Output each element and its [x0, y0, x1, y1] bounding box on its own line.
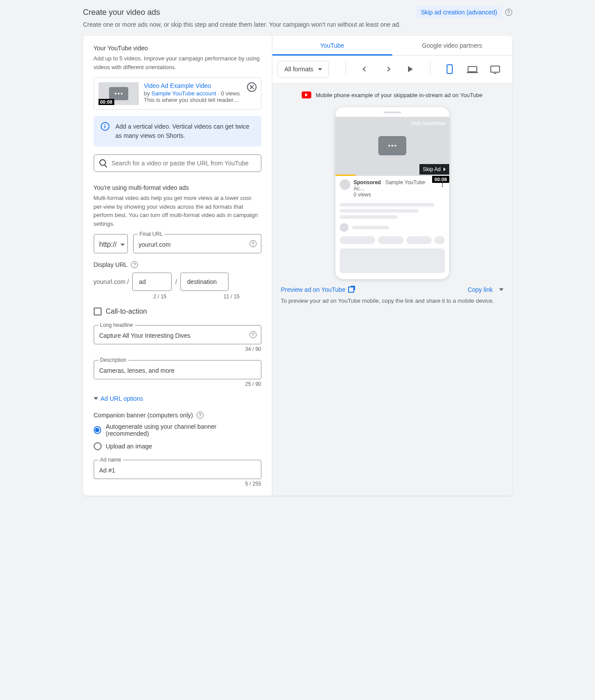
multiformat-title: You're using multi-format video ads	[94, 184, 261, 191]
long-headline-label: Long headline	[99, 322, 135, 328]
long-headline-input[interactable]	[99, 332, 256, 339]
video-duration-badge: 00:08	[99, 99, 114, 105]
final-url-field[interactable]: Final URL ?	[133, 234, 261, 253]
final-url-input[interactable]	[139, 241, 256, 248]
visit-advertiser-badge: Visit Advertiser	[411, 120, 445, 126]
tab-youtube[interactable]: YouTube	[272, 36, 392, 55]
video-search-box[interactable]	[94, 154, 261, 172]
preview-views: 0 views	[354, 192, 437, 198]
device-laptop-button[interactable]	[466, 63, 479, 75]
vertical-video-info-banner: i Add a vertical video. Vertical videos …	[94, 116, 261, 147]
device-phone-button[interactable]	[444, 63, 456, 75]
video-byline: by Sample YouTube account · 0 views	[144, 90, 242, 97]
skip-ad-badge: Skip Ad	[419, 164, 449, 175]
video-thumbnail: 00:08	[99, 82, 139, 105]
preview-note: To preview your ad on YouTube mobile, co…	[281, 298, 503, 304]
help-icon[interactable]: ?	[197, 412, 204, 419]
tab-partners[interactable]: Google video partners	[392, 36, 512, 55]
preview-caption: Mobile phone example of your skippable i…	[316, 92, 482, 98]
preview-toolbar: All formats	[272, 56, 512, 83]
path1-counter: 2 / 15	[130, 294, 190, 300]
help-icon[interactable]: ?	[250, 240, 257, 247]
play-button[interactable]	[405, 63, 417, 75]
description-input[interactable]	[99, 367, 256, 374]
phone-preview: Visit Advertiser Skip Ad 00:08 Sponsored…	[335, 107, 449, 279]
divider	[345, 62, 346, 76]
preview-on-youtube-link[interactable]: Preview ad on YouTube	[281, 286, 354, 293]
video-section-desc: Add up to 5 videos. Improve your campaig…	[94, 54, 261, 71]
final-url-label: Final URL	[138, 231, 165, 237]
cta-checkbox-label: Call-to-action	[106, 308, 147, 315]
avatar	[340, 179, 350, 190]
display-path2-field[interactable]	[180, 273, 229, 291]
description-counter: 25 / 90	[94, 381, 261, 387]
prev-button[interactable]	[359, 63, 371, 75]
video-title-link[interactable]: Video Ad Example Video	[144, 82, 242, 89]
display-path1-field[interactable]	[132, 273, 172, 291]
skeleton-content	[335, 203, 449, 279]
help-icon[interactable]: ?	[250, 331, 257, 338]
page-subtitle: Create one or more ads now, or skip this…	[83, 21, 512, 28]
info-banner-text: Add a vertical video. Vertical videos ca…	[116, 122, 254, 140]
divider	[430, 62, 430, 76]
companion-autogen-label: Autogenerate using your channel banner (…	[106, 423, 261, 437]
skip-ad-creation-link[interactable]: Skip ad creation (advanced)	[416, 6, 501, 18]
description-field[interactable]: Description	[94, 360, 261, 379]
video-desc: This is where you should tell readers …	[144, 97, 242, 103]
cta-checkbox[interactable]	[94, 308, 102, 315]
help-icon[interactable]: ?	[505, 9, 512, 16]
display-path1-input[interactable]	[139, 278, 165, 285]
chevron-down-icon	[499, 288, 503, 291]
companion-upload-label: Upload an image	[106, 443, 152, 450]
preview-video-area: Visit Advertiser Skip Ad	[335, 117, 449, 175]
next-button[interactable]	[382, 63, 394, 75]
help-icon[interactable]: ?	[131, 261, 138, 268]
companion-banner-label: Companion banner (computers only)	[94, 412, 193, 419]
protocol-select[interactable]: http://	[94, 234, 128, 253]
video-section-title: Your YouTube video	[94, 45, 261, 52]
video-account-link[interactable]: Sample YouTube account	[151, 90, 216, 97]
search-icon	[99, 159, 107, 167]
preview-tabs: YouTube Google video partners	[272, 36, 512, 56]
ad-url-options-toggle[interactable]: Ad URL options	[94, 395, 261, 402]
display-path2-input[interactable]	[187, 278, 222, 285]
chevron-down-icon	[318, 68, 322, 70]
page-title: Create your video ads	[83, 8, 160, 17]
ad-name-field[interactable]: Ad name	[94, 460, 261, 479]
path2-counter: 11 / 15	[202, 294, 261, 300]
youtube-icon	[302, 91, 311, 98]
preview-duration-badge: 00:08	[432, 176, 449, 183]
ad-name-label: Ad name	[99, 457, 123, 463]
info-icon: i	[101, 122, 109, 131]
ad-name-input[interactable]	[99, 467, 256, 474]
companion-autogen-radio[interactable]	[94, 426, 102, 434]
format-select[interactable]: All formats	[278, 61, 328, 77]
sponsored-label: Sponsored	[354, 179, 381, 186]
long-headline-field[interactable]: Long headline ?	[94, 325, 261, 344]
display-url-prefix: yoururl.com /	[94, 278, 129, 285]
long-headline-counter: 34 / 90	[94, 346, 261, 352]
chevron-down-icon	[120, 244, 125, 246]
chevron-down-icon	[94, 397, 98, 400]
path-separator: /	[175, 278, 177, 285]
progress-bar: 00:08	[335, 175, 449, 176]
display-url-label: Display URL	[94, 261, 128, 268]
device-tv-button[interactable]	[489, 63, 501, 75]
video-card: 00:08 Video Ad Example Video by Sample Y…	[94, 77, 261, 110]
phone-notch	[384, 112, 401, 113]
companion-upload-radio[interactable]	[94, 442, 102, 450]
copy-link-button[interactable]: Copy link	[468, 286, 503, 293]
description-label: Description	[99, 357, 128, 363]
external-link-icon	[348, 287, 354, 293]
multiformat-desc: Multi-format video ads help you get more…	[94, 194, 261, 228]
ad-name-counter: 5 / 255	[94, 481, 261, 487]
remove-video-button[interactable]	[247, 82, 257, 92]
video-search-input[interactable]	[112, 160, 256, 167]
